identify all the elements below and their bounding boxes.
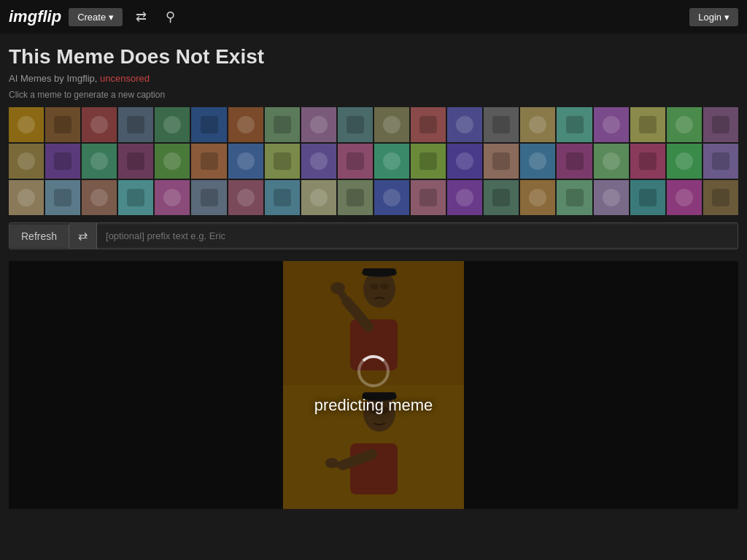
meme-thumb[interactable]	[447, 180, 482, 215]
meme-thumb[interactable]	[411, 144, 446, 179]
meme-thumb[interactable]	[594, 107, 629, 142]
search-icon[interactable]: ⚲	[160, 6, 181, 28]
navbar: imgflip Create ▾ ⇄ ⚲ Login ▾	[0, 0, 747, 34]
svg-rect-27	[492, 116, 510, 133]
prefix-input[interactable]	[97, 225, 738, 247]
meme-thumb[interactable]	[301, 144, 336, 179]
svg-rect-95	[274, 189, 291, 206]
svg-rect-91	[201, 189, 218, 206]
meme-thumb[interactable]	[9, 144, 44, 179]
meme-thumb[interactable]	[301, 107, 336, 142]
meme-thumb[interactable]	[228, 144, 263, 179]
svg-point-81	[18, 189, 35, 206]
svg-rect-107	[492, 189, 510, 206]
meme-thumb[interactable]	[118, 180, 153, 215]
meme-thumb[interactable]	[411, 107, 446, 142]
svg-point-89	[163, 189, 181, 206]
meme-thumb[interactable]	[155, 144, 190, 179]
meme-thumb[interactable]	[155, 107, 190, 142]
meme-thumb[interactable]	[557, 144, 592, 179]
meme-thumb[interactable]	[82, 144, 117, 179]
meme-thumb[interactable]	[520, 107, 555, 142]
meme-thumb[interactable]	[265, 144, 300, 179]
meme-thumb[interactable]	[191, 180, 226, 215]
meme-thumb[interactable]	[484, 144, 519, 179]
meme-thumb[interactable]	[630, 180, 665, 215]
meme-thumb[interactable]	[228, 180, 263, 215]
meme-thumb[interactable]	[667, 144, 702, 179]
svg-point-97	[310, 189, 328, 206]
meme-thumb[interactable]	[45, 107, 80, 142]
meme-thumb[interactable]	[594, 144, 629, 179]
login-label: Login	[698, 12, 721, 23]
svg-point-41	[18, 152, 35, 170]
meme-thumb[interactable]	[9, 180, 44, 215]
meme-thumb[interactable]	[338, 180, 373, 215]
logo-flip: flip	[37, 7, 61, 26]
shuffle-nav-icon[interactable]: ⇄	[130, 6, 152, 28]
meme-thumb[interactable]	[411, 180, 446, 215]
meme-thumb[interactable]	[374, 144, 409, 179]
meme-thumb[interactable]	[557, 180, 592, 215]
meme-thumb[interactable]	[703, 144, 738, 179]
svg-point-37	[676, 116, 693, 133]
meme-thumb[interactable]	[447, 107, 482, 142]
meme-thumb[interactable]	[484, 107, 519, 142]
meme-thumb[interactable]	[703, 107, 738, 142]
navbar-right: Login ▾	[689, 8, 738, 26]
meme-thumb[interactable]	[594, 180, 629, 215]
logo[interactable]: imgflip	[9, 7, 61, 26]
meme-thumb[interactable]	[45, 144, 80, 179]
meme-thumb[interactable]	[301, 180, 336, 215]
create-button[interactable]: Create ▾	[69, 8, 123, 26]
meme-thumb[interactable]	[447, 144, 482, 179]
meme-thumb[interactable]	[520, 144, 555, 179]
meme-thumb[interactable]	[630, 107, 665, 142]
meme-thumb[interactable]	[703, 180, 738, 215]
meme-thumb[interactable]	[338, 144, 373, 179]
meme-thumb[interactable]	[667, 107, 702, 142]
meme-thumb[interactable]	[667, 180, 702, 215]
meme-thumb[interactable]	[520, 180, 555, 215]
meme-thumb[interactable]	[484, 180, 519, 215]
shuffle-button[interactable]: ⇄	[69, 223, 97, 249]
svg-point-69	[529, 152, 546, 170]
meme-thumb[interactable]	[82, 180, 117, 215]
meme-thumb[interactable]	[265, 180, 300, 215]
uncensored-link[interactable]: uncensored	[100, 73, 150, 84]
meme-thumb[interactable]	[118, 107, 153, 142]
refresh-button[interactable]: Refresh	[9, 225, 69, 248]
meme-thumb[interactable]	[82, 107, 117, 142]
meme-thumb[interactable]	[191, 107, 226, 142]
meme-thumb[interactable]	[265, 107, 300, 142]
svg-point-117	[676, 189, 693, 206]
meme-thumb[interactable]	[9, 107, 44, 142]
svg-point-1	[18, 116, 35, 133]
svg-point-49	[163, 152, 181, 170]
svg-rect-31	[566, 116, 584, 133]
meme-thumb[interactable]	[630, 144, 665, 179]
create-label: Create	[77, 12, 106, 23]
controls-bar: Refresh ⇄	[9, 222, 738, 249]
meme-thumb[interactable]	[228, 107, 263, 142]
meme-thumb[interactable]	[118, 144, 153, 179]
svg-point-61	[383, 152, 400, 170]
svg-rect-23	[419, 116, 437, 133]
svg-point-17	[310, 116, 328, 133]
svg-rect-115	[639, 189, 657, 206]
meme-thumb[interactable]	[374, 107, 409, 142]
meme-thumb[interactable]	[557, 107, 592, 142]
svg-point-29	[529, 116, 546, 133]
meme-thumb[interactable]	[374, 180, 409, 215]
meme-thumb[interactable]	[155, 180, 190, 215]
main-content: This Meme Does Not Exist AI Memes by Img…	[0, 34, 747, 518]
meme-thumb[interactable]	[338, 107, 373, 142]
svg-rect-55	[274, 152, 291, 170]
meme-thumb[interactable]	[45, 180, 80, 215]
click-hint: Click a meme to generate a new caption	[9, 90, 738, 100]
meme-thumb[interactable]	[191, 144, 226, 179]
login-button[interactable]: Login ▾	[689, 8, 738, 26]
svg-rect-15	[274, 116, 291, 133]
svg-rect-87	[127, 189, 144, 206]
svg-point-9	[163, 116, 181, 133]
